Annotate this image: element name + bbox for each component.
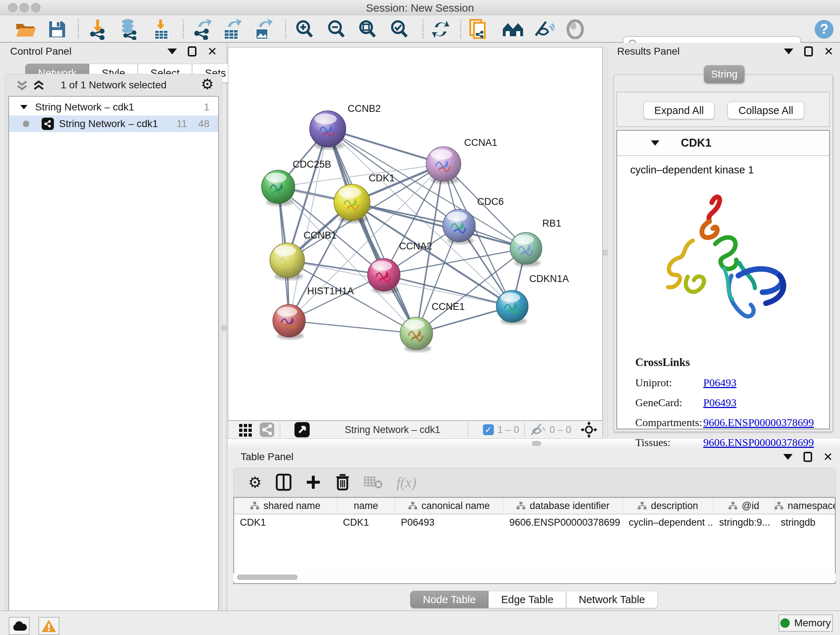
network-edge-RB1-CCNA2[interactable] <box>384 249 526 275</box>
horizontal-splitter-handle[interactable] <box>532 441 541 446</box>
import-table-icon[interactable] <box>150 19 172 40</box>
function-builder-icon[interactable]: f(x) <box>396 474 417 491</box>
zoom-in-icon[interactable] <box>294 19 316 40</box>
zoom-fit-icon[interactable] <box>357 19 378 40</box>
birds-eye-view-icon[interactable] <box>294 422 310 438</box>
warning-button[interactable] <box>38 617 59 635</box>
left-splitter-handle[interactable] <box>221 325 227 331</box>
import-network-icon[interactable] <box>87 19 109 40</box>
network-node-CDC25B[interactable] <box>262 170 295 206</box>
network-node-CCNA2[interactable] <box>368 258 400 293</box>
crosslinks-title: CrossLinks <box>635 356 814 369</box>
grid-view-icon[interactable] <box>238 423 253 437</box>
cell-name[interactable]: CDK1 <box>337 517 395 528</box>
delete-table-icon[interactable] <box>364 475 383 489</box>
export-network-icon[interactable] <box>191 19 213 40</box>
zoom-selected-icon[interactable] <box>388 19 410 40</box>
tab-node-table[interactable]: Node Table <box>410 591 488 608</box>
network-collection-row[interactable]: String Network – cdk1 1 <box>9 99 218 116</box>
show-all-homes-icon[interactable] <box>502 19 524 40</box>
tab-network-table[interactable]: Network Table <box>566 591 658 608</box>
memory-button[interactable]: Memory <box>778 614 833 632</box>
cell-database-identifier[interactable]: 9606.ENSP00000378699 <box>504 517 623 528</box>
network-node-CCNB1[interactable] <box>270 243 305 280</box>
refresh-icon[interactable] <box>430 19 452 40</box>
crosslink-row: Uniprot:P06493 <box>635 377 814 389</box>
pan-crosshair-icon[interactable] <box>581 421 597 438</box>
node-table[interactable]: shared namenamecanonical namedatabase id… <box>233 497 836 584</box>
clone-network-icon[interactable] <box>467 19 489 40</box>
network-options-gear-icon[interactable]: ⚙ <box>201 76 214 92</box>
collapse-table-icon[interactable] <box>783 454 793 460</box>
cell-shared-name[interactable]: CDK1 <box>234 517 337 528</box>
scrollbar-thumb[interactable] <box>237 575 298 580</box>
network-node-HIST1H1A[interactable] <box>273 304 305 339</box>
column-header-namespace[interactable]: namespace <box>775 498 836 514</box>
delete-row-icon[interactable] <box>335 473 350 491</box>
table-settings-gear-icon[interactable]: ⚙ <box>248 473 262 491</box>
node-label-CCNA2: CCNA2 <box>399 241 432 252</box>
import-database-icon[interactable] <box>118 19 140 40</box>
add-row-icon[interactable] <box>305 474 321 490</box>
collapse-panel-icon[interactable] <box>167 49 177 54</box>
show-columns-icon[interactable] <box>276 473 292 491</box>
selected-checkbox-icon[interactable]: ✓ <box>483 424 494 435</box>
cell--id[interactable]: stringdb:9... <box>714 517 775 528</box>
collapse-results-icon[interactable] <box>784 49 793 54</box>
crosslink-link[interactable]: P06493 <box>703 396 737 409</box>
column-header-canonical-name[interactable]: canonical name <box>395 498 504 514</box>
export-table-icon[interactable] <box>221 19 242 40</box>
column-header-database-identifier[interactable]: database identifier <box>504 498 623 514</box>
tab-edge-table[interactable]: Edge Table <box>488 591 566 608</box>
save-session-icon[interactable] <box>46 19 68 40</box>
crosslink-link[interactable]: 9606.ENSP00000378699 <box>703 416 814 429</box>
cloud-button[interactable] <box>9 617 30 635</box>
network-node-CCNE1[interactable] <box>400 317 433 352</box>
right-splitter[interactable] <box>603 47 608 439</box>
tree-expand-icon[interactable] <box>20 105 27 109</box>
expand-all-button[interactable]: Expand All <box>644 102 714 119</box>
network-edge-CCNB2-CCNE1[interactable] <box>328 129 416 333</box>
network-node-CCNA1[interactable] <box>426 147 461 184</box>
tab-string[interactable]: String <box>704 65 745 83</box>
network-canvas[interactable]: CCNB2CCNA1CDC25BCDK1CDC6RB1CCNB1CCNA2CDK… <box>228 47 603 421</box>
table-horizontal-scrollbar[interactable] <box>233 573 836 581</box>
close-results-icon[interactable]: ✕ <box>824 46 834 57</box>
cell-canonical-name[interactable]: P06493 <box>395 517 504 528</box>
column-header-shared-name[interactable]: shared name <box>234 498 337 514</box>
entry-collapse-icon[interactable] <box>651 141 659 146</box>
float-table-icon[interactable] <box>804 452 812 462</box>
column-header-description[interactable]: description <box>623 498 714 514</box>
close-table-icon[interactable]: ✕ <box>823 452 833 462</box>
float-results-icon[interactable] <box>804 46 813 57</box>
cell-namespace[interactable]: stringdb <box>775 517 836 528</box>
network-node-CDKN1A[interactable] <box>496 290 528 325</box>
network-view-icon[interactable] <box>259 422 275 437</box>
entry-header[interactable]: CDK1 <box>617 131 829 156</box>
column-header--id[interactable]: @id <box>714 498 775 514</box>
export-image-icon[interactable] <box>252 19 273 40</box>
cell-description[interactable]: cyclin–dependent ... <box>623 517 714 528</box>
help-icon[interactable]: ? <box>813 19 835 40</box>
float-panel-icon[interactable] <box>188 46 196 57</box>
zoom-out-icon[interactable] <box>325 19 347 40</box>
right-splitter-handle[interactable] <box>602 250 608 256</box>
crosslink-link[interactable]: 9606.ENSP00000378699 <box>703 436 814 448</box>
hidden-eye-icon[interactable] <box>530 423 546 436</box>
protein-structure-image <box>652 185 796 344</box>
hide-selected-eye-icon[interactable] <box>533 19 555 40</box>
network-node-RB1[interactable] <box>510 233 542 266</box>
network-row[interactable]: String Network – cdk1 11 48 <box>9 116 218 132</box>
inactive-eye-icon[interactable] <box>564 19 586 40</box>
network-node-CDC6[interactable] <box>443 209 475 244</box>
column-header-name[interactable]: name <box>337 498 395 514</box>
cytoscape-window: Session: New Session <box>0 0 840 635</box>
crosslink-link[interactable]: P06493 <box>703 377 737 389</box>
hierarchy-icon <box>250 502 259 510</box>
close-panel-icon[interactable]: ✕ <box>207 46 217 57</box>
network-edge-CDK1-RB1[interactable] <box>352 203 526 249</box>
table-row[interactable]: CDK1CDK1P064939606.ENSP00000378699cyclin… <box>234 515 835 530</box>
collapse-all-button[interactable]: Collapse All <box>728 102 804 119</box>
network-node-CDK1[interactable] <box>334 184 370 223</box>
open-session-icon[interactable] <box>14 19 36 40</box>
